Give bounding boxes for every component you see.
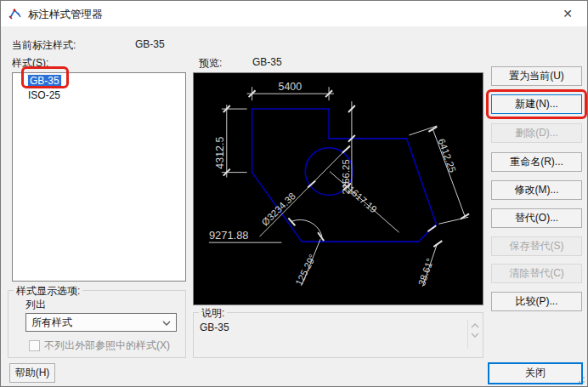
list-filter-dropdown[interactable]: 所有样式 <box>25 313 177 332</box>
clear-override-button: 清除替代(C) <box>491 264 582 283</box>
compare-button[interactable]: 比较(P)... <box>491 292 582 311</box>
dim-right-text: 6412.25 <box>436 137 457 174</box>
dim-angle-left-text: 125.29° <box>293 253 318 287</box>
styles-listbox[interactable]: GB-35 ISO-25 <box>12 72 186 282</box>
style-display-options-group: 样式显示选项: 列出 所有样式 不列出外部参照中的样式(X) <box>8 290 186 358</box>
preview-canvas: 5400 4312.5 2156.25 6412.25 R1617.19 Ø32… <box>193 72 483 305</box>
selected-style[interactable]: GB-35 <box>28 75 61 87</box>
close-icon[interactable]: ✕ <box>548 1 587 26</box>
xref-checkbox <box>29 340 40 351</box>
save-override-button: 保存替代(S) <box>491 236 582 256</box>
preview-label: 预览: <box>199 56 222 71</box>
xref-checkbox-row: 不列出外部参照中的样式(X) <box>29 339 170 353</box>
dimension-texts: 5400 4312.5 2156.25 6412.25 R1617.19 Ø32… <box>209 81 458 287</box>
chevron-down-icon[interactable] <box>471 332 479 339</box>
rename-button[interactable]: 重命名(R)... <box>491 152 582 172</box>
dimension-lines <box>209 87 468 287</box>
xref-checkbox-label: 不列出外部参照中的样式(X) <box>44 339 170 353</box>
description-scroll[interactable] <box>467 320 481 349</box>
description-label: 说明: <box>199 306 227 321</box>
dim-leader-text: 9271.88 <box>209 229 249 242</box>
current-style-label: 当前标注样式: <box>12 38 76 53</box>
preview-drawing: 5400 4312.5 2156.25 6412.25 R1617.19 Ø32… <box>194 73 483 304</box>
list-filter-value: 所有样式 <box>31 316 72 328</box>
list-item-gb35[interactable]: GB-35 <box>13 74 185 88</box>
preview-style-value: GB-35 <box>252 56 282 68</box>
chevron-up-icon[interactable] <box>471 322 479 329</box>
title-bar: 标注样式管理器 ✕ <box>1 1 587 26</box>
list-filter-label: 列出 <box>25 298 46 312</box>
chevron-down-icon <box>162 320 171 327</box>
styles-list-label: 样式(S): <box>12 56 48 71</box>
dim-angle-right-text: 38.61° <box>416 257 435 287</box>
dimension-style-icon <box>8 7 22 20</box>
resize-grip[interactable] <box>575 374 585 384</box>
current-style-value: GB-35 <box>135 38 165 50</box>
list-item-iso25[interactable]: ISO-25 <box>13 88 185 103</box>
new-style-button[interactable]: 新建(N)... <box>491 94 582 114</box>
dim-left-text: 4312.5 <box>214 137 226 169</box>
style-display-options-label: 样式显示选项: <box>14 284 82 299</box>
delete-button: 删除(D)... <box>491 123 582 143</box>
description-group: 说明: GB-35 <box>193 312 483 358</box>
modify-button[interactable]: 修改(M)... <box>491 180 582 200</box>
dim-radius-text: R1617.19 <box>341 179 379 215</box>
set-current-button[interactable]: 置为当前(U) <box>491 66 582 86</box>
close-button[interactable]: 关闭 <box>488 362 583 384</box>
window-title: 标注样式管理器 <box>28 8 103 22</box>
override-button[interactable]: 替代(O)... <box>491 208 582 228</box>
description-text: GB-35 <box>200 322 229 333</box>
dim-top-text: 5400 <box>279 81 302 93</box>
help-button[interactable]: 帮助(H) <box>9 363 55 383</box>
dimension-style-manager-dialog: 标注样式管理器 ✕ 当前标注样式: GB-35 样式(S): 预览: GB-35… <box>0 0 588 387</box>
